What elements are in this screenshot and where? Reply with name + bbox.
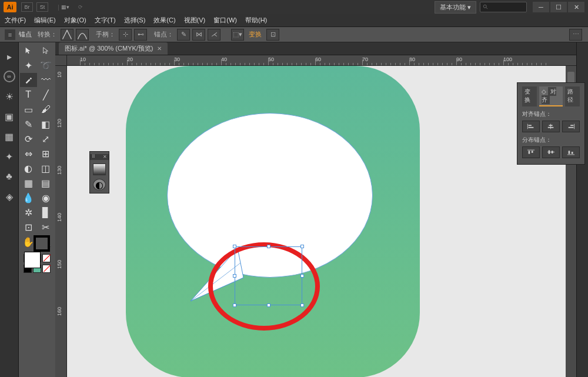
floating-mini-panel[interactable]: ⠿✕ ◐ — [89, 151, 109, 193]
symbol-sprayer-tool[interactable]: ✲ — [20, 205, 37, 219]
gradient-tool[interactable]: ▤ — [38, 176, 55, 190]
tab-close-icon[interactable]: ✕ — [157, 45, 162, 52]
menu-edit[interactable]: 编辑(E) — [34, 16, 56, 25]
arrange-docs-icon[interactable]: ▦▾ — [59, 2, 71, 12]
selection-bounding-box[interactable] — [235, 246, 302, 305]
align-artboard-button[interactable]: ⊡ — [266, 29, 279, 41]
blend-tool[interactable]: ◉ — [38, 191, 55, 205]
artboard-tool[interactable]: ⊡ — [20, 220, 37, 234]
menu-object[interactable]: 对象(O) — [64, 16, 86, 25]
pencil-tool[interactable]: ✎ — [20, 117, 37, 131]
gradient-panel-icon[interactable] — [93, 164, 106, 175]
workspace-label: 基本功能 — [440, 4, 466, 11]
sync-icon[interactable]: ⟳ — [75, 2, 86, 12]
anchor-conn-button[interactable]: ⋈ — [192, 29, 205, 41]
handle-hide-button[interactable]: ⊷ — [134, 29, 147, 41]
eyedropper-tool[interactable]: 💧 — [20, 191, 37, 205]
menu-view[interactable]: 视图(V) — [184, 16, 206, 25]
stroke-swatch[interactable] — [34, 235, 50, 252]
swatches-panel-icon[interactable]: ▣ — [4, 111, 15, 122]
menu-type[interactable]: 文字(T) — [95, 16, 116, 25]
workspace-switcher[interactable]: 基本功能 ▾ — [435, 1, 476, 14]
lasso-tool[interactable]: ➰ — [38, 58, 55, 72]
menu-select[interactable]: 选择(S) — [124, 16, 146, 25]
search-input[interactable] — [480, 2, 527, 12]
menu-file[interactable]: 文件(F) — [5, 16, 26, 25]
panel-tab-align[interactable]: ◇ 对齐 — [539, 86, 563, 106]
rotate-tool[interactable]: ⟳ — [20, 132, 37, 146]
panel-tab-pathfinder[interactable]: 路径 — [565, 86, 580, 106]
menu-help[interactable]: 帮助(H) — [245, 16, 267, 25]
dist-vcenter-button[interactable] — [542, 146, 560, 158]
dist-top-button[interactable] — [522, 146, 540, 158]
svg-rect-4 — [527, 124, 528, 129]
svg-rect-8 — [549, 125, 553, 126]
direct-selection-tool[interactable] — [38, 44, 55, 58]
tab-label: 图标.ai* @ 300% (CMYK/预览) — [65, 44, 153, 53]
align-right-button[interactable] — [562, 121, 580, 132]
document-tab[interactable]: 图标.ai* @ 300% (CMYK/预览) ✕ — [59, 42, 168, 55]
anchor-cut-button[interactable]: ⋌ — [208, 29, 220, 41]
none-mode-swatch[interactable] — [42, 254, 51, 262]
artwork-rounded-rect[interactable] — [126, 66, 420, 377]
ruler-vertical[interactable]: 10120130140150160 — [55, 66, 67, 377]
perspective-tool[interactable]: ◫ — [38, 161, 55, 175]
fill-swatch[interactable] — [24, 252, 41, 268]
dist-bottom-button[interactable] — [562, 146, 580, 158]
align-left-button[interactable] — [522, 121, 540, 132]
magic-wand-tool[interactable]: ✦ — [20, 58, 37, 72]
transparency-panel-icon[interactable]: ◐ — [93, 179, 106, 191]
anchor-remove-button[interactable]: ✎ — [177, 29, 190, 41]
isolate-button[interactable]: ⬚▾ — [231, 29, 244, 41]
symbols-panel-icon[interactable]: ▦ — [4, 131, 15, 142]
rail-arrow-icon[interactable]: ▸ — [4, 51, 15, 62]
svg-rect-21 — [572, 152, 573, 154]
line-tool[interactable]: ╱ — [38, 88, 55, 102]
free-transform-tool[interactable]: ⊞ — [38, 146, 55, 161]
selection-tool[interactable] — [20, 44, 37, 58]
pen-tool[interactable] — [20, 73, 37, 87]
layers-panel-icon[interactable]: ◈ — [4, 191, 15, 202]
menu-window[interactable]: 窗口(W) — [213, 16, 237, 25]
align-panel: 变换 ◇ 对齐 路径 对齐锚点： 分布锚点： — [517, 82, 585, 165]
recent-color-2[interactable] — [42, 265, 51, 273]
shape-builder-tool[interactable]: ◐ — [20, 161, 37, 175]
eraser-tool[interactable]: ◧ — [38, 117, 55, 131]
control-more-icon[interactable]: ⋯ — [569, 29, 582, 41]
paintbrush-tool[interactable]: 🖌 — [38, 102, 55, 116]
curvature-tool[interactable]: 〰 — [38, 73, 55, 87]
close-button[interactable]: ✕ — [568, 2, 584, 12]
menu-effect[interactable]: 效果(C) — [153, 16, 175, 25]
stroke-panel-icon[interactable]: ✦ — [4, 151, 15, 162]
toggle-br[interactable]: Br — [21, 2, 33, 12]
rectangle-tool[interactable]: ▭ — [20, 102, 37, 116]
mesh-tool[interactable]: ▦ — [20, 176, 37, 190]
canvas[interactable]: 102030405060708090100 10120130140150160 — [55, 55, 576, 377]
control-menu-icon[interactable]: ≡ — [5, 29, 15, 40]
ruler-origin[interactable] — [55, 55, 67, 66]
minimize-button[interactable]: ─ — [533, 2, 549, 12]
artboard-area[interactable]: ⠿✕ ◐ — [67, 66, 566, 377]
type-tool[interactable]: T — [20, 88, 37, 102]
cc-libraries-icon[interactable]: ∞ — [4, 71, 15, 82]
transform-link[interactable]: 变换 — [249, 30, 262, 39]
panel-grip-icon[interactable]: ⠿ — [92, 154, 95, 160]
panel-close-icon[interactable]: ✕ — [103, 154, 107, 160]
ruler-horizontal[interactable]: 102030405060708090100 — [67, 55, 576, 66]
align-anchors-label: 对齐锚点： — [522, 110, 580, 118]
toggle-st[interactable]: St — [36, 2, 48, 12]
width-tool[interactable]: ⇔ — [20, 146, 37, 161]
convert-smooth-button[interactable] — [76, 29, 89, 41]
slice-tool[interactable]: ✂ — [38, 220, 55, 234]
appearance-panel-icon[interactable]: ♣ — [4, 171, 15, 182]
align-hcenter-button[interactable] — [542, 121, 560, 132]
svg-rect-18 — [552, 151, 553, 153]
convert-corner-button[interactable] — [61, 29, 74, 41]
svg-rect-5 — [529, 125, 532, 126]
panel-tab-transform[interactable]: 变换 — [522, 86, 537, 106]
brushes-panel-icon[interactable]: ☀ — [4, 91, 15, 102]
handle-show-button[interactable]: ⊹ — [119, 29, 132, 41]
scale-tool[interactable]: ⤢ — [38, 132, 55, 146]
maximize-button[interactable]: ☐ — [550, 2, 567, 12]
graph-tool[interactable]: ▊ — [38, 205, 55, 219]
